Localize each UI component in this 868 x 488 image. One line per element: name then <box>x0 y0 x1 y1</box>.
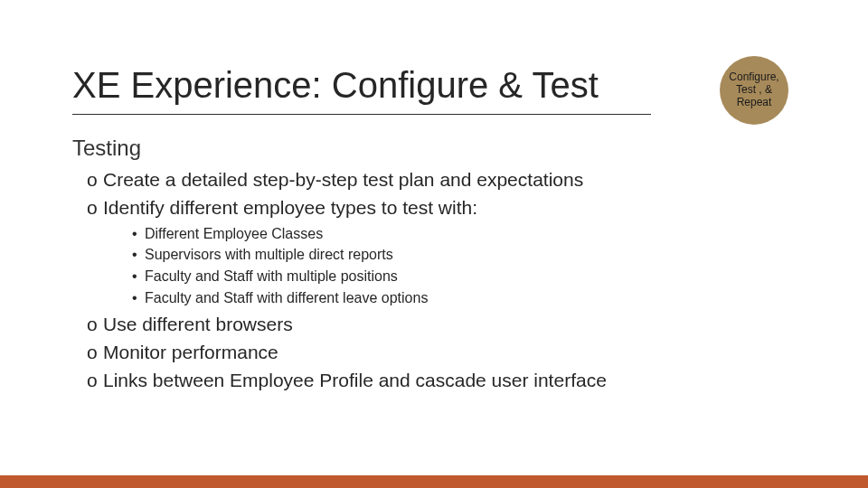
content-body: oCreate a detailed step-by-step test pla… <box>87 168 796 397</box>
sub-list-text: Faculty and Staff with different leave o… <box>145 290 428 305</box>
cycle-badge: Configure, Test , & Repeat <box>720 56 788 125</box>
list-item-text: Identify different employee types to tes… <box>103 197 477 218</box>
accent-bar <box>0 475 868 488</box>
list-item-text: Use different browsers <box>103 314 293 334</box>
sub-list-text: Faculty and Staff with multiple position… <box>145 268 398 284</box>
list-item-text: Links between Employee Profile and casca… <box>103 370 607 390</box>
sub-list-item: •Faculty and Staff with different leave … <box>132 288 796 308</box>
list-item-text: Monitor performance <box>103 342 278 362</box>
sub-list: •Different Employee Classes •Supervisors… <box>132 224 796 307</box>
slide: XE Experience: Configure & Test Configur… <box>0 0 868 488</box>
list-item: oLinks between Employee Profile and casc… <box>87 369 796 393</box>
badge-text: Configure, Test , & Repeat <box>723 71 785 108</box>
sub-list-item: •Faculty and Staff with multiple positio… <box>132 267 796 286</box>
list-item: oIdentify different employee types to te… <box>87 196 796 221</box>
list-item-text: Create a detailed step-by-step test plan… <box>103 169 583 190</box>
sub-list-text: Supervisors with multiple direct reports <box>145 247 393 262</box>
list-item: oMonitor performance <box>87 341 796 365</box>
sub-list-item: •Supervisors with multiple direct report… <box>132 245 796 265</box>
title-underline <box>72 114 651 115</box>
section-heading: Testing <box>72 136 141 161</box>
list-item: oCreate a detailed step-by-step test pla… <box>87 168 796 192</box>
slide-title: XE Experience: Configure & Test <box>72 65 599 106</box>
sub-list-text: Different Employee Classes <box>145 226 323 241</box>
sub-list-item: •Different Employee Classes <box>132 224 796 244</box>
list-item: oUse different browsers <box>87 313 796 337</box>
